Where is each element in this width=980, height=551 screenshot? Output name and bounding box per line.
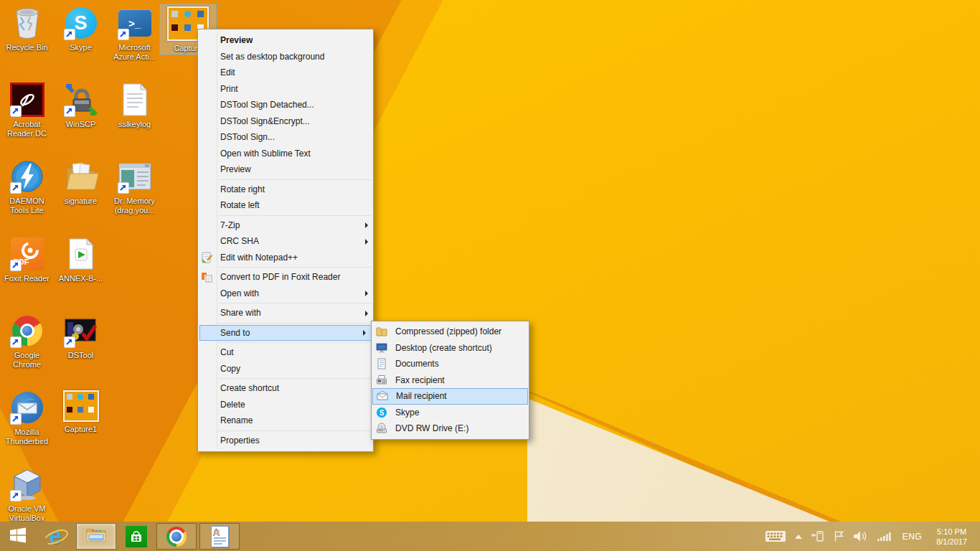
taskbar-clock[interactable]: 5:10 PM 8/1/2017 xyxy=(929,522,974,551)
desktop-icon-label: ANNEX-B-... xyxy=(59,274,103,283)
context-menu-item-rotate-right[interactable]: Rotate right xyxy=(198,182,373,198)
desktop-icon-foxit-reader[interactable]: PDF Foxit Reader xyxy=(0,237,54,283)
context-menu-item-open-with-sublime-text[interactable]: Open with Sublime Text xyxy=(198,146,373,162)
context-menu-item-label: Delete xyxy=(220,400,245,410)
language-indicator[interactable]: ENG xyxy=(895,522,930,551)
desktop-icon-label: sslkeylog xyxy=(118,120,151,129)
sendto-item-compressed-zipped-folder[interactable]: Compressed (zipped) folder xyxy=(372,324,529,340)
desktop-icon-sslkeylog[interactable]: sslkeylog xyxy=(108,83,161,129)
context-menu-item-send-to[interactable]: Send to xyxy=(199,325,372,342)
folder-icon xyxy=(64,159,98,194)
context-menu-item-edit-with-notepad[interactable]: Edit with Notepad++ xyxy=(198,250,373,266)
desktop-icon-dr-memory[interactable]: Dr. Memory (drag you... xyxy=(108,159,161,215)
taskbar-windows-store[interactable] xyxy=(118,522,155,551)
desktop-icon-annex-b[interactable]: ANNEX-B-... xyxy=(54,237,108,283)
winscp-lock-icon xyxy=(64,83,98,117)
context-menu-item-dstool-sign-encrypt[interactable]: DSTool Sign&Encrypt... xyxy=(198,113,373,130)
show-hidden-icons-button[interactable] xyxy=(791,522,806,551)
context-menu-item-share-with[interactable]: Share with xyxy=(198,305,373,321)
context-menu-item-print[interactable]: Print xyxy=(198,81,373,98)
context-menu-item-create-shortcut[interactable]: Create shortcut xyxy=(198,380,373,397)
file-green-arrow-icon xyxy=(64,237,98,271)
shortcut-arrow-icon xyxy=(64,336,75,348)
desktop-icon-virtualbox[interactable]: Oracle VM VirtualBox xyxy=(0,467,54,523)
chrome-wheel-icon xyxy=(166,527,187,547)
store-bag-icon xyxy=(126,526,147,547)
context-menu-item-rotate-left[interactable]: Rotate left xyxy=(198,197,373,214)
desktop-monitor-icon xyxy=(376,342,387,354)
context-menu-item-dstool-sign-detached[interactable]: DSTool Sign Detached... xyxy=(198,97,373,113)
action-center-flag-icon[interactable] xyxy=(829,522,849,551)
taskbar-google-chrome[interactable] xyxy=(156,523,197,550)
context-menu-separator xyxy=(218,179,372,180)
desktop-icon-label: DSTool xyxy=(68,351,93,360)
desktop-icon-label: Foxit Reader xyxy=(4,274,50,283)
skype-icon: S xyxy=(376,407,387,418)
recycle-bin-icon xyxy=(10,6,44,40)
desktop-icon-skype[interactable]: S Skype xyxy=(54,6,108,52)
shortcut-arrow-icon xyxy=(10,490,22,501)
desktop-icon-acrobat-reader[interactable]: Acrobat Reader DC xyxy=(0,83,54,138)
context-menu-item-preview[interactable]: Preview xyxy=(198,161,373,178)
context-menu-separator xyxy=(218,323,372,324)
context-menu-item-label: Open with Sublime Text xyxy=(220,149,311,159)
context-menu-separator xyxy=(218,215,372,216)
context-menu-item-open-with[interactable]: Open with xyxy=(198,286,373,302)
context-menu-item-properties[interactable]: Properties xyxy=(198,433,373,449)
taskbar: e A xyxy=(0,522,980,551)
context-menu-item-edit[interactable]: Edit xyxy=(198,65,373,81)
desktop-icon-google-chrome[interactable]: Google Chrome xyxy=(0,314,54,369)
desktop-icon-recycle-bin[interactable]: Recycle Bin xyxy=(0,6,54,52)
context-menu-separator xyxy=(218,430,372,431)
sendto-item-dvd-rw-drive[interactable]: DVD RW Drive (E:) xyxy=(372,420,529,437)
context-menu-item-preview[interactable]: Preview xyxy=(198,32,373,49)
desktop-icon-thunderbird[interactable]: Mozilla Thunderbird xyxy=(0,390,54,446)
context-menu-item-label: Create shortcut xyxy=(220,383,279,393)
desktop-icon-capture1[interactable]: Capture1 xyxy=(54,390,108,434)
context-menu-item-copy[interactable]: Copy xyxy=(198,361,373,377)
sendto-item-skype[interactable]: S Skype xyxy=(372,405,529,421)
document-icon xyxy=(376,358,387,369)
context-menu-item-label: Convert to PDF in Foxit Reader xyxy=(220,272,340,282)
safely-remove-hardware-icon[interactable] xyxy=(806,522,829,551)
sendto-item-desktop-create-shortcut[interactable]: Desktop (create shortcut) xyxy=(372,340,529,357)
desktop-icon-label: Oracle VM VirtualBox xyxy=(0,504,54,523)
powershell-icon: >_ xyxy=(118,6,152,40)
network-signal-icon[interactable] xyxy=(872,522,895,551)
desktop-icon-label: Dr. Memory (drag you... xyxy=(108,197,161,215)
fax-machine-icon xyxy=(376,375,387,386)
context-menu-item-crc-sha[interactable]: CRC SHA xyxy=(198,233,373,250)
desktop-icon-dstool[interactable]: DSTool xyxy=(54,314,108,360)
desktop-icon-winscp[interactable]: WinSCP xyxy=(54,83,108,129)
context-menu-item-7-zip[interactable]: 7-Zip xyxy=(198,217,373,234)
sendto-item-mail-recipient[interactable]: Mail recipient xyxy=(372,388,528,405)
shortcut-arrow-icon xyxy=(10,336,22,348)
context-menu-item-label: CRC SHA xyxy=(220,236,259,246)
context-menu-item-cut[interactable]: Cut xyxy=(198,344,373,361)
taskbar-internet-explorer[interactable]: e xyxy=(36,522,75,551)
sendto-item-label: Compressed (zipped) folder xyxy=(395,326,501,336)
shortcut-arrow-icon xyxy=(10,105,22,117)
shortcut-arrow-icon xyxy=(64,29,75,40)
sendto-item-fax-recipient[interactable]: Fax recipient xyxy=(372,372,529,389)
context-menu-item-convert-to-pdf-in-foxit-reader[interactable]: Convert to PDF in Foxit Reader xyxy=(198,269,373,286)
submenu-arrow-icon xyxy=(365,291,368,296)
volume-icon[interactable] xyxy=(849,522,872,551)
touch-keyboard-icon[interactable] xyxy=(760,522,791,551)
context-menu-item-label: DSTool Sign... xyxy=(220,132,275,142)
context-menu-item-dstool-sign[interactable]: DSTool Sign... xyxy=(198,129,373,146)
context-menu-item-label: Set as desktop background xyxy=(220,52,324,62)
context-menu-item-label: DSTool Sign&Encrypt... xyxy=(220,116,310,126)
page-with-a-icon: A xyxy=(211,526,229,547)
taskbar-file-explorer[interactable] xyxy=(76,523,116,550)
context-menu-item-rename[interactable]: Rename xyxy=(198,413,373,429)
sendto-item-documents[interactable]: Documents xyxy=(372,356,529,372)
desktop-icon-daemon-tools[interactable]: DAEMON Tools Lite xyxy=(0,159,54,215)
desktop-icon-microsoft-azure[interactable]: >_ Microsoft Azure Acti... xyxy=(108,6,161,62)
taskbar-document-app[interactable]: A xyxy=(199,523,240,550)
desktop-icon-signature-folder[interactable]: signature xyxy=(54,159,108,206)
context-menu-item-set-as-desktop-background[interactable]: Set as desktop background xyxy=(198,49,373,65)
context-menu-item-delete[interactable]: Delete xyxy=(198,397,373,413)
start-button[interactable] xyxy=(0,522,36,551)
submenu-arrow-icon xyxy=(365,311,368,316)
